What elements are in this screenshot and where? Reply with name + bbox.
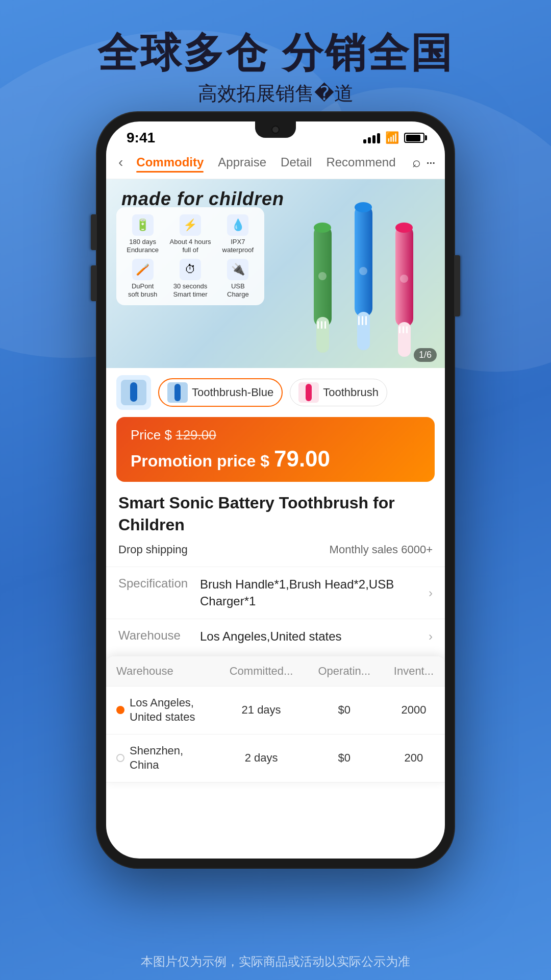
promo-label: Promotion price (131, 452, 256, 470)
promo-price-line: Promotion price $ 79.00 (131, 446, 420, 472)
endurance-icon: 🔋 (132, 214, 154, 236)
front-camera (271, 126, 280, 134)
waterproof-icon: 💧 (227, 214, 248, 236)
image-counter: 1/6 (414, 348, 437, 362)
feature-charge-time: ⚡ About 4 hoursfull of (169, 214, 211, 254)
feature-waterproof: 💧 IPX7waterproof (217, 214, 259, 254)
product-info: Smart Sonic Battery Toothbrush for Child… (106, 482, 445, 561)
wh-col-header-committed: Committed... (216, 656, 306, 687)
phone-frame: 9:41 📶 ‹ Commodity (97, 112, 454, 868)
tab-recommend[interactable]: Recommend (319, 152, 403, 173)
svg-rect-22 (130, 382, 137, 402)
variant-selector: Toothbrush-Blue Toothbrush (106, 368, 445, 417)
status-time: 9:41 (127, 130, 155, 146)
svg-point-5 (314, 223, 331, 233)
wh-location-la: Los Angeles,United states (106, 686, 216, 734)
spec-label-warehouse: Warehouse (118, 628, 200, 643)
price-banner: Price $ 129.00 Promotion price $ 79.00 (116, 417, 435, 482)
wh-committed-shenzhen: 2 days (216, 734, 306, 782)
drop-shipping-badge: Drop shipping (118, 543, 188, 556)
variant-thumb-1[interactable] (116, 375, 151, 410)
spec-row-warehouse[interactable]: Warehouse Los Angeles,United states › (106, 619, 445, 654)
promo-currency: $ (260, 452, 274, 470)
wh-inactive-dot (116, 754, 124, 762)
spec-row-specification[interactable]: Specification Brush Handle*1,Brush Head*… (106, 567, 445, 619)
spec-arrow-warehouse: › (429, 629, 433, 644)
notch (255, 121, 296, 138)
more-icon[interactable]: ··· (426, 154, 435, 170)
spec-rows: Specification Brush Handle*1,Brush Head*… (106, 567, 445, 654)
svg-rect-24 (174, 384, 181, 401)
back-button[interactable]: ‹ (116, 152, 125, 173)
svg-point-19 (395, 223, 413, 233)
product-meta: Drop shipping Monthly sales 6000+ (118, 543, 433, 556)
warehouse-table: Warehouse Committed... Operatin... Inven… (106, 656, 445, 782)
svg-rect-26 (306, 384, 312, 401)
toothbrush-pink (388, 205, 421, 363)
promo-price-value: 79.00 (274, 446, 330, 471)
svg-rect-4 (324, 321, 326, 329)
feature-soft-brush: 🪥 DuPontsoft brush (121, 259, 164, 298)
phone-frame-wrapper: 9:41 📶 ‹ Commodity (97, 112, 454, 868)
wifi-icon: 📶 (385, 131, 399, 144)
svg-rect-7 (355, 205, 372, 317)
svg-point-13 (359, 267, 367, 275)
svg-rect-11 (365, 316, 367, 325)
search-icon[interactable]: ⌕ (412, 154, 421, 170)
wh-col-header-warehouse: Warehouse (106, 656, 216, 687)
toothbrush-green (306, 200, 339, 363)
svg-rect-17 (403, 326, 404, 333)
variant-blue-pill[interactable]: Toothbrush-Blue (158, 378, 283, 407)
warehouse-table-container: Warehouse Committed... Operatin... Inven… (106, 656, 445, 782)
feature-endurance: 🔋 180 daysEndurance (121, 214, 164, 254)
tab-appraise[interactable]: Appraise (211, 152, 273, 173)
product-title: Smart Sonic Battery Toothbrush for Child… (118, 492, 433, 536)
original-price-value: 129.00 (176, 427, 216, 443)
svg-point-20 (400, 275, 408, 283)
spec-arrow-specification: › (429, 586, 433, 600)
bottom-disclaimer: 本图片仅为示例，实际商品或活动以实际公示为准 (0, 953, 551, 970)
power-button (454, 255, 460, 316)
wh-inventory-shenzhen: 200 (383, 734, 445, 782)
svg-point-6 (318, 272, 327, 280)
svg-rect-3 (321, 321, 322, 329)
volume-down-button (91, 265, 97, 301)
price-currency: $ (164, 427, 176, 443)
wh-inventory-la: 2000 (383, 686, 445, 734)
phone-screen: 9:41 📶 ‹ Commodity (106, 121, 445, 859)
tab-commodity[interactable]: Commodity (129, 152, 211, 173)
variant-blue-label: Toothbrush-Blue (192, 386, 273, 399)
usb-icon: 🔌 (227, 259, 248, 280)
toothbrush-blue (347, 189, 380, 363)
spec-value-warehouse: Los Angeles,United states (200, 628, 423, 645)
product-image-area: made for children 🔋 180 daysEndurance ⚡ … (106, 179, 445, 368)
original-price-line: Price $ 129.00 (131, 427, 420, 443)
wh-col-header-inventory: Invent... (383, 656, 445, 687)
tab-detail[interactable]: Detail (273, 152, 319, 173)
spec-label-specification: Specification (118, 576, 200, 591)
wh-row-la[interactable]: Los Angeles,United states 21 days $0 200… (106, 686, 445, 734)
svg-rect-18 (406, 326, 408, 333)
top-heading-area: 全球多仓 分销全国 高效拓展销售�道 (0, 0, 551, 107)
variant-pink-label: Toothbrush (323, 386, 379, 399)
variant-pink-pill[interactable]: Toothbrush (290, 379, 387, 406)
charge-icon: ⚡ (180, 214, 201, 236)
svg-rect-10 (362, 316, 363, 325)
status-icons: 📶 (363, 131, 424, 144)
toothbrush-images (292, 184, 435, 363)
feature-smart-timer: ⏱ 30 secondsSmart timer (169, 259, 211, 298)
signal-icon (363, 132, 380, 143)
brush-icon: 🪥 (132, 259, 154, 280)
monthly-sales: Monthly sales 6000+ (330, 543, 433, 556)
svg-rect-2 (317, 321, 319, 329)
features-card: 🔋 180 daysEndurance ⚡ About 4 hoursfull … (116, 207, 264, 305)
nav-tabs: ‹ Commodity Appraise Detail Recommend ⌕ … (106, 148, 445, 179)
wh-row-shenzhen[interactable]: Shenzhen,China 2 days $0 200 (106, 734, 445, 782)
feature-usb-charge: 🔌 USBCharge (217, 259, 259, 298)
wh-active-dot (116, 706, 124, 714)
svg-rect-9 (358, 316, 360, 325)
volume-up-button (91, 214, 97, 250)
svg-rect-16 (399, 326, 400, 333)
product-headline: made for children (121, 188, 284, 210)
svg-point-12 (355, 202, 372, 212)
